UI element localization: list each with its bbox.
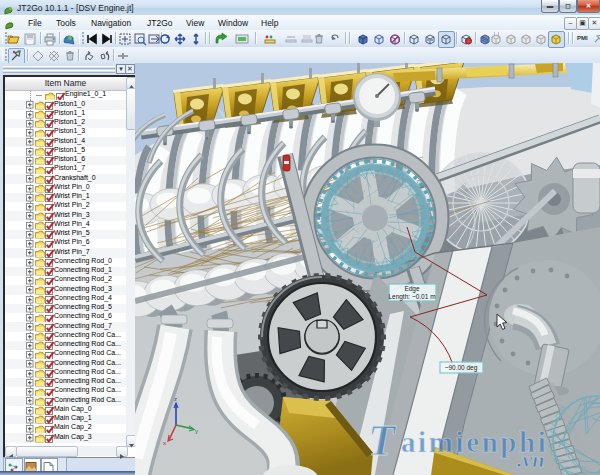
- svg-text:~90.00 deg: ~90.00 deg: [445, 364, 478, 372]
- svg-text:.vn: .vn: [517, 447, 545, 472]
- svg-text:z: z: [174, 396, 177, 402]
- svg-text:x: x: [163, 440, 166, 446]
- svg-text:Length: ~0.01 m: Length: ~0.01 m: [388, 293, 435, 301]
- svg-text:T: T: [368, 416, 397, 465]
- svg-text:y: y: [195, 428, 198, 434]
- svg-text:Edge: Edge: [404, 285, 420, 293]
